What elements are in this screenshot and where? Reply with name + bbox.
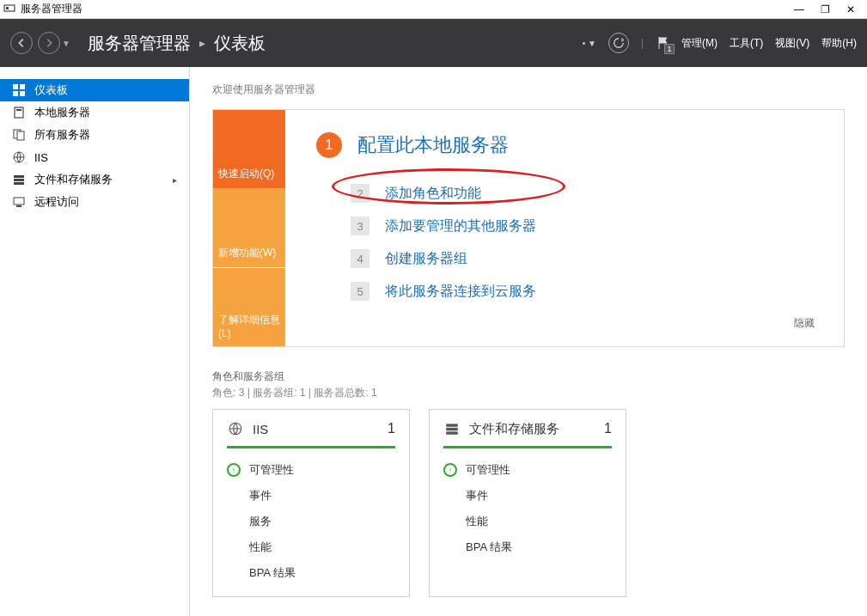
- svg-rect-17: [446, 424, 458, 426]
- role-row-label: 可管理性: [466, 462, 510, 478]
- file-storage-icon: [12, 173, 26, 186]
- svg-rect-14: [14, 198, 24, 204]
- role-row-performance[interactable]: 性能: [227, 534, 395, 560]
- sidebar-item-label: 本地服务器: [34, 105, 90, 120]
- header-separator: |: [641, 37, 644, 49]
- svg-rect-4: [13, 91, 18, 96]
- header-dropdown-icon[interactable]: • ▼: [583, 39, 596, 48]
- app-icon: [3, 2, 15, 16]
- role-tile-iis[interactable]: IIS 1 ↑ 可管理性 事件 服务 性能: [212, 409, 410, 597]
- menu-tools[interactable]: 工具(T): [730, 36, 763, 51]
- step-4-text: 创建服务器组: [385, 250, 467, 268]
- add-servers-step[interactable]: 3 添加要管理的其他服务器: [316, 210, 818, 242]
- sidebar-item-all-servers[interactable]: 所有服务器: [0, 124, 189, 146]
- role-row-label: 可管理性: [249, 462, 294, 478]
- sidebar-item-dashboard[interactable]: 仪表板: [0, 79, 189, 101]
- breadcrumb-root[interactable]: 服务器管理器: [88, 32, 191, 55]
- welcome-left-column: 快速启动(Q) 新增功能(W) 了解详细信息(L): [213, 110, 285, 346]
- menu-help[interactable]: 帮助(H): [821, 36, 857, 51]
- minimize-button[interactable]: —: [786, 1, 812, 18]
- roles-title: 角色和服务器组: [212, 369, 845, 384]
- create-group-step[interactable]: 4 创建服务器组: [316, 242, 818, 275]
- sidebar-item-label: 所有服务器: [34, 127, 90, 143]
- chevron-right-icon: ▸: [173, 175, 177, 185]
- file-storage-icon: [443, 420, 461, 437]
- role-row-manageability[interactable]: ↑ 可管理性: [443, 457, 612, 483]
- role-row-manageability[interactable]: ↑ 可管理性: [227, 457, 395, 483]
- svg-rect-7: [16, 109, 21, 111]
- quickstart-block[interactable]: 快速启动(Q): [213, 110, 285, 188]
- header-bar: ▼ 服务器管理器 ▸ 仪表板 • ▼ | 1 管理(M) 工具(T) 视图(V)…: [0, 19, 867, 67]
- role-row-bpa[interactable]: BPA 结果: [227, 560, 395, 586]
- role-row-label: 事件: [466, 488, 488, 503]
- main-area: 仪表板 本地服务器 所有服务器 IIS 文件和存储服务 ▸: [0, 67, 867, 616]
- svg-rect-0: [4, 5, 15, 11]
- refresh-button[interactable]: [608, 33, 629, 53]
- iis-icon: [12, 150, 26, 164]
- role-row-services[interactable]: 服务: [227, 509, 395, 534]
- role-row-events[interactable]: 事件: [443, 483, 612, 509]
- nav-back-button[interactable]: [10, 32, 33, 54]
- role-tile-name: IIS: [253, 422, 268, 436]
- nav-dropdown-icon[interactable]: ▼: [62, 39, 70, 48]
- whatsnew-block[interactable]: 新增功能(W): [213, 188, 285, 266]
- status-ok-icon: ↑: [443, 463, 457, 477]
- sidebar-item-local-server[interactable]: 本地服务器: [0, 101, 189, 124]
- role-row-performance[interactable]: 性能: [443, 509, 612, 534]
- window-controls: — ❐ ✕: [786, 1, 864, 18]
- role-row-bpa[interactable]: BPA 结果: [443, 534, 612, 560]
- step-4-badge: 4: [351, 249, 369, 268]
- welcome-tile: 快速启动(Q) 新增功能(W) 了解详细信息(L) 1 配置此本地服务器 2 添…: [212, 109, 845, 347]
- learnmore-block[interactable]: 了解详细信息(L): [213, 267, 285, 346]
- svg-rect-19: [446, 431, 458, 434]
- menu-manage[interactable]: 管理(M): [681, 36, 717, 51]
- step-1-badge: 1: [316, 132, 342, 158]
- welcome-section-title: 欢迎使用服务器管理器: [212, 82, 845, 97]
- role-row-label: BPA 结果: [249, 565, 296, 581]
- step-1-text: 配置此本地服务器: [357, 132, 509, 158]
- role-row-label: 服务: [249, 514, 272, 529]
- hide-button[interactable]: 隐藏: [316, 308, 818, 331]
- sidebar: 仪表板 本地服务器 所有服务器 IIS 文件和存储服务 ▸: [0, 67, 190, 616]
- step-2-badge: 2: [351, 184, 369, 203]
- svg-rect-9: [17, 131, 24, 140]
- sidebar-item-label: 文件和存储服务: [34, 172, 113, 187]
- role-row-events[interactable]: 事件: [227, 483, 395, 509]
- sidebar-item-file-storage[interactable]: 文件和存储服务 ▸: [0, 168, 189, 191]
- configure-server-step[interactable]: 1 配置此本地服务器: [316, 132, 818, 158]
- svg-rect-5: [20, 91, 25, 96]
- sidebar-item-label: 远程访问: [34, 194, 79, 210]
- window-title: 服务器管理器: [15, 2, 786, 16]
- breadcrumb-separator-icon: ▸: [199, 36, 205, 50]
- role-tiles-row: IIS 1 ↑ 可管理性 事件 服务 性能: [212, 409, 845, 597]
- close-button[interactable]: ✕: [838, 1, 864, 18]
- role-tile-count: 1: [604, 421, 612, 436]
- breadcrumb-current: 仪表板: [214, 32, 266, 55]
- welcome-right-panel: 1 配置此本地服务器 2 添加角色和功能 3 添加要管理的其他服务器 4 创建服…: [285, 110, 844, 346]
- remote-access-icon: [12, 195, 26, 209]
- sidebar-item-iis[interactable]: IIS: [0, 146, 189, 168]
- role-row-label: 性能: [466, 514, 488, 529]
- step-2-text: 添加角色和功能: [385, 185, 481, 203]
- roles-subtitle: 角色: 3 | 服务器组: 1 | 服务器总数: 1: [212, 386, 845, 400]
- servers-icon: [12, 128, 26, 142]
- sidebar-item-label: 仪表板: [34, 82, 68, 98]
- window-titlebar: 服务器管理器 — ❐ ✕: [0, 0, 867, 19]
- nav-forward-button[interactable]: [38, 32, 60, 54]
- menu-view[interactable]: 视图(V): [775, 36, 809, 51]
- svg-rect-18: [446, 428, 458, 430]
- add-roles-step[interactable]: 2 添加角色和功能: [316, 177, 818, 210]
- sidebar-item-remote-access[interactable]: 远程访问: [0, 191, 189, 213]
- iis-icon: [227, 420, 244, 437]
- step-5-text: 将此服务器连接到云服务: [385, 283, 536, 301]
- maximize-button[interactable]: ❐: [812, 1, 838, 18]
- connect-cloud-step[interactable]: 5 将此服务器连接到云服务: [316, 275, 818, 308]
- notifications-flag-icon[interactable]: 1: [656, 35, 669, 51]
- learnmore-label: 了解详细信息(L): [218, 313, 280, 339]
- whatsnew-label: 新增功能(W): [218, 246, 276, 260]
- role-tile-file-storage[interactable]: 文件和存储服务 1 ↑ 可管理性 事件 性能 BPA: [429, 409, 626, 597]
- svg-rect-3: [20, 84, 25, 89]
- svg-rect-1: [6, 7, 9, 9]
- svg-rect-13: [14, 182, 24, 185]
- svg-rect-12: [14, 179, 24, 181]
